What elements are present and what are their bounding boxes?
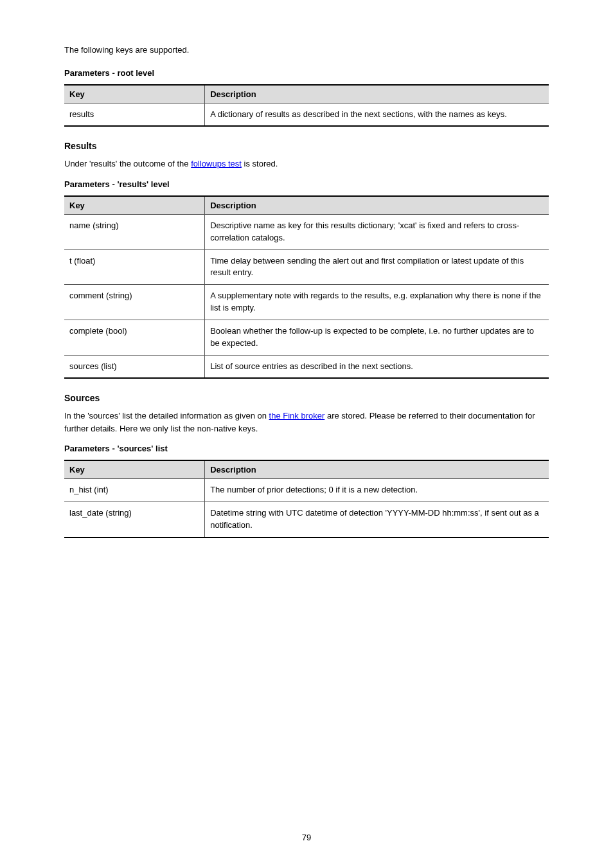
table-row: t (float) Time delay between sending the… [64,249,549,285]
results-r0-key: name (string) [64,214,205,249]
results-r0-desc: Descriptive name as key for this results… [205,214,549,249]
results-r4-key: sources (list) [64,355,205,378]
sources-r0-key: n_hist (int) [64,479,205,502]
results-r3-desc: Boolean whether the follow-up is expecte… [205,320,549,355]
table-row: last_date (string) Datetime string with … [64,502,549,538]
results-r3-key: complete (bool) [64,320,205,355]
table-row: complete (bool) Boolean whether the foll… [64,320,549,355]
results-head-key: Key [64,196,205,215]
table-row: n_hist (int) The number of prior detecti… [64,479,549,502]
results-r1-desc: Time delay between sending the alert out… [205,249,549,285]
results-r2-key: comment (string) [64,285,205,320]
results-intro-pre: Under 'results' the outcome of the [64,159,191,168]
results-r2-desc: A supplementary note with regards to the… [205,285,549,320]
sources-r0-desc: The number of prior detections; 0 if it … [205,479,549,502]
results-heading: Results [64,141,549,151]
table1-head-desc: Description [205,85,549,104]
sources-heading: Sources [64,393,549,403]
fink-broker-link[interactable]: the Fink broker [269,411,325,420]
results-intro: Under 'results' the outcome of the follo… [64,158,549,170]
sources-head-key: Key [64,460,205,479]
results-subheading: Parameters - 'results' level [64,179,549,189]
sources-subheading: Parameters - 'sources' list [64,444,549,453]
table1-r0-key: results [64,103,205,126]
results-intro-post: is stored. [242,159,278,168]
results-r4-desc: List of source entries as described in t… [205,355,549,378]
table-row: name (string) Descriptive name as key fo… [64,214,549,249]
table1-head-key: Key [64,85,205,104]
table-sources: Key Description n_hist (int) The number … [64,460,549,538]
results-head-desc: Description [205,196,549,215]
table1-subheading: Parameters - root level [64,68,549,78]
table1-r0-desc: A dictionary of results as described in … [205,103,549,126]
sources-para-pre: In the 'sources' list the detailed infor… [64,411,269,420]
sources-para: In the 'sources' list the detailed infor… [64,410,549,435]
sources-r1-key: last_date (string) [64,502,205,538]
sources-head-desc: Description [205,460,549,479]
results-r1-key: t (float) [64,249,205,285]
sources-r1-desc: Datetime string with UTC datetime of det… [205,502,549,538]
table-row: sources (list) List of source entries as… [64,355,549,378]
table1: Key Description results A dictionary of … [64,84,549,127]
page-number: 79 [0,833,613,842]
followups-test-link[interactable]: followups test [191,159,242,168]
table-row: comment (string) A supplementary note wi… [64,285,549,320]
intro-text: The following keys are supported. [64,44,549,57]
table-results: Key Description name (string) Descriptiv… [64,195,549,379]
table-row: results A dictionary of results as descr… [64,103,549,126]
